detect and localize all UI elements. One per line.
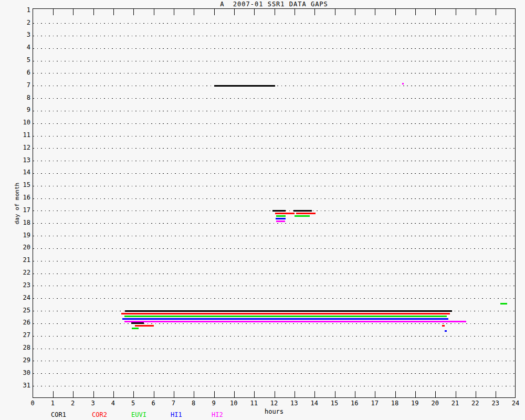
grid-line-day-16 <box>33 198 515 199</box>
y-tick-label-28: 28 <box>17 344 30 351</box>
x-tick-top-10 <box>234 9 235 15</box>
gap-segment-hi2-day25 <box>124 321 466 322</box>
x-tick-top-20 <box>435 9 436 15</box>
x-tick-bottom-1 <box>53 391 54 397</box>
x-tick-label-9: 9 <box>205 400 223 407</box>
x-tick-label-13: 13 <box>285 400 303 407</box>
y-tick-label-12: 12 <box>17 144 30 151</box>
x-tick-bottom-10 <box>234 391 235 397</box>
gap-segment-euvi-day26 <box>132 328 139 329</box>
x-tick-label-0: 0 <box>24 400 41 407</box>
x-tick-bottom-14 <box>314 391 315 397</box>
x-tick-bottom-23 <box>496 391 496 397</box>
y-tick-label-13: 13 <box>17 157 30 164</box>
legend-item-cor1: COR1 <box>51 411 66 418</box>
plot-area <box>33 8 516 398</box>
y-tick-label-5: 5 <box>17 57 30 64</box>
x-tick-label-2: 2 <box>64 400 82 407</box>
gap-segment-euvi-day25 <box>124 316 447 317</box>
grid-line-day-3 <box>33 36 515 36</box>
y-tick-label-22: 22 <box>17 269 30 276</box>
x-tick-bottom-5 <box>133 391 134 397</box>
x-tick-bottom-17 <box>375 391 375 397</box>
x-tick-bottom-18 <box>395 391 396 397</box>
legend-item-hi1: HI1 <box>171 411 182 418</box>
x-tick-top-1 <box>53 9 54 15</box>
y-tick-label-30: 30 <box>17 370 30 376</box>
x-tick-top-15 <box>335 9 335 15</box>
grid-line-day-5 <box>33 61 515 61</box>
x-tick-top-8 <box>194 9 194 15</box>
grid-line-day-30 <box>33 373 515 374</box>
x-tick-label-8: 8 <box>185 400 203 407</box>
y-tick-label-7: 7 <box>17 82 30 89</box>
x-tick-bottom-21 <box>456 391 456 397</box>
x-tick-bottom-6 <box>154 391 154 397</box>
x-tick-label-11: 11 <box>245 400 263 407</box>
y-tick-label-10: 10 <box>17 119 30 126</box>
legend-item-hi2: HI2 <box>212 411 223 418</box>
gap-segment-euvi-day17 <box>295 215 310 217</box>
grid-line-day-9 <box>33 111 515 111</box>
x-tick-bottom-12 <box>275 391 275 397</box>
gap-segment-cor1-day17 <box>293 210 312 212</box>
y-tick-label-16: 16 <box>17 194 30 201</box>
y-tick-label-24: 24 <box>17 295 30 301</box>
gap-segment-hi1-day26 <box>445 330 447 332</box>
x-tick-top-18 <box>395 9 396 15</box>
gap-segment-cor2-day17 <box>275 213 294 214</box>
y-tick-label-2: 2 <box>17 19 30 26</box>
x-tick-bottom-20 <box>435 391 436 397</box>
x-tick-top-23 <box>496 9 496 15</box>
gap-segment-cor1-day25 <box>125 310 452 312</box>
grid-line-day-28 <box>33 349 515 349</box>
y-tick-label-1: 1 <box>17 7 30 14</box>
gap-segment-cor1-day26 <box>131 322 144 324</box>
gap-segment-hi2-day6 <box>402 83 404 85</box>
x-tick-label-6: 6 <box>144 400 162 407</box>
y-tick-label-11: 11 <box>17 132 30 139</box>
x-tick-label-17: 17 <box>366 400 384 407</box>
x-tick-bottom-15 <box>335 391 335 397</box>
x-tick-bottom-2 <box>73 391 74 397</box>
y-tick-label-15: 15 <box>17 182 30 188</box>
gap-segment-cor2-day17 <box>296 213 316 214</box>
grid-line-day-2 <box>33 23 515 24</box>
y-tick-label-8: 8 <box>17 94 30 101</box>
x-tick-top-4 <box>113 9 114 15</box>
gap-segment-hi1-day25 <box>122 318 448 320</box>
x-tick-top-13 <box>295 9 295 15</box>
gap-segment-cor1-day17 <box>272 210 286 212</box>
legend-item-euvi: EUVI <box>131 411 146 418</box>
x-tick-label-3: 3 <box>84 400 102 407</box>
grid-line-day-11 <box>33 136 515 136</box>
grid-line-day-12 <box>33 148 515 149</box>
x-tick-label-18: 18 <box>386 400 404 407</box>
x-tick-top-19 <box>415 9 416 15</box>
x-tick-label-1: 1 <box>44 400 61 407</box>
gap-segment-euvi-day24 <box>500 303 507 304</box>
x-tick-bottom-19 <box>415 391 416 397</box>
x-tick-label-10: 10 <box>225 400 243 407</box>
grid-line-day-14 <box>33 173 515 174</box>
gap-segment-cor2-day26 <box>442 325 445 327</box>
x-tick-label-16: 16 <box>345 400 363 407</box>
y-tick-label-6: 6 <box>17 69 30 76</box>
x-tick-bottom-4 <box>113 391 114 397</box>
x-tick-top-22 <box>476 9 476 15</box>
x-tick-bottom-3 <box>93 391 94 397</box>
x-tick-bottom-16 <box>355 391 355 397</box>
y-tick-label-14: 14 <box>17 169 30 176</box>
grid-line-day-22 <box>33 274 515 274</box>
x-tick-top-2 <box>73 9 74 15</box>
grid-line-day-15 <box>33 186 515 186</box>
x-tick-bottom-9 <box>214 391 215 397</box>
gap-segment-cor2-day26 <box>135 325 154 327</box>
chart-title: A 2007-01 SSR1 DATA GAPS <box>33 1 516 8</box>
grid-line-day-20 <box>33 248 515 249</box>
gap-segment-euvi-day17 <box>276 215 286 217</box>
x-tick-label-5: 5 <box>124 400 142 407</box>
x-tick-top-3 <box>93 9 94 15</box>
ssr1-data-gaps-figure: A 2007-01 SSR1 DATA GAPS day of month ho… <box>0 0 525 420</box>
x-tick-top-7 <box>174 9 174 15</box>
